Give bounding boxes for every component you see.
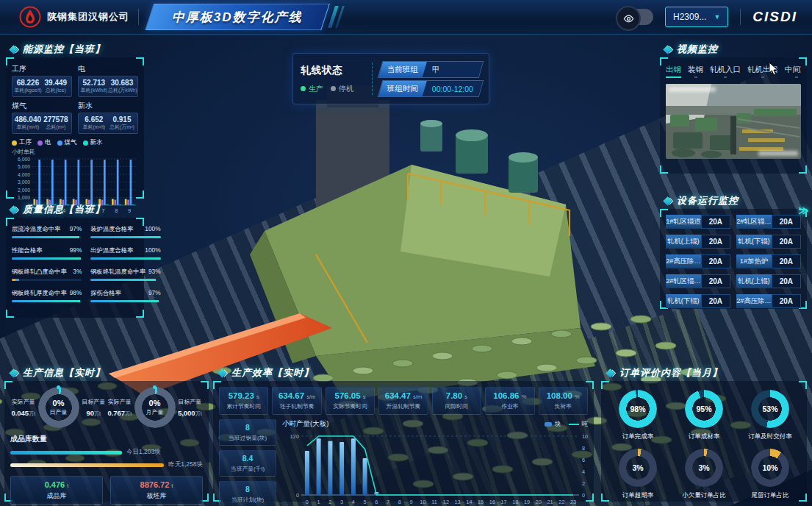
camera-label-overlay [758,151,798,156]
diamond-icon [9,368,18,378]
visibility-toggle[interactable] [618,9,653,25]
cisdi-logo: CISDI [752,9,797,25]
svg-text:22: 22 [558,499,564,505]
production-panel-title: 生产信息【实时】 [10,366,105,380]
svg-text:2: 2 [328,499,331,505]
energy-stat-cell: 新水 6.652单耗(m³/t) 0.915总耗(万m³) [78,100,138,134]
quality-metric: 层流冷温度命中率97% [12,225,82,238]
svg-text:2: 2 [582,480,585,487]
svg-text:6: 6 [582,457,585,463]
device-dropdown-value: H2309... [673,12,706,22]
order-gauge-grid: 98% 订单完成率 95% 订单成材率 53% 订单及时交付率 3% 订单超期率… [607,387,801,500]
orders-panel-title: 订单评价内容【当月】 [607,366,722,380]
diamond-icon [218,368,227,378]
svg-text:18: 18 [512,499,518,505]
gray-dot-icon [331,86,336,91]
legend-tons: 吨 [569,420,589,429]
energy-panel: 工序 68.226单耗(kgce/t) 39.449总耗(tce) 电 52.7… [6,57,144,199]
energy-chart-legend: 工序 电 煤气 新水 [12,138,138,147]
legend-production: 生产 [301,84,323,94]
legend-item: 新水 [83,138,103,147]
svg-text:13: 13 [455,499,461,505]
quality-metric: 钢板终轧厚度命中率98% [12,289,82,302]
order-gauge: 53% 订单及时交付率 [739,390,801,441]
page-title: 中厚板3D数字化产线 [172,9,303,26]
equipment-row: 2#轧区辊…20A [736,215,801,229]
quality-metric-grid: 层流冷温度命中率97% 装炉温度合格率100% 性能合格率99% 出炉温度合格率… [12,224,138,302]
order-gauge: 3% 小欠量订单占比 [673,449,735,500]
svg-text:17: 17 [501,499,507,505]
equipment-row: 1#轧区辊道20A [666,215,730,229]
equipment-row: 轧机(下辊)20A [666,294,730,308]
legend-item: 煤气 [57,138,77,147]
daily-output-gauge: 实际产量 0.045万t 0%日产量 目标产量 90万t [10,387,107,428]
output-chart-legend: 块吨 [545,420,588,429]
efficiency-side-stat: 8.4 当班产量(千t) [219,450,276,477]
svg-text:20: 20 [536,499,542,505]
legend-dot-icon [12,140,17,146]
legend-dot-icon [57,140,62,146]
svg-text:15: 15 [478,499,484,505]
video-tab-0[interactable]: 出钢 [666,65,681,78]
quality-metric: 出炉温度合格率100% [90,246,160,260]
efficiency-side-stats: 8 当班过钢量(块) 8.4 当班产量(千t) 8 当班计划(块) [219,419,276,506]
dashboard-root: 陕钢集团汉钢公司 中厚板3D数字化产线 H2309... ▼ CISDI [0,0,812,506]
efficiency-stat: 579.23 s 累计节奏时间 [219,387,268,415]
svg-text:0: 0 [296,492,299,499]
energy-stat-cell: 工序 68.226单耗(kgce/t) 39.449总耗(tce) [12,63,72,97]
svg-text:9: 9 [128,207,131,214]
efficiency-stat: 7.80 s 间隙时间 [432,387,481,415]
stock-today-bar: 今日1,203块 [10,448,203,457]
order-gauge: 10% 尾留订单占比 [739,449,801,500]
eye-icon [616,6,641,31]
energy-stat-grid: 工序 68.226单耗(kgce/t) 39.449总耗(tce) 电 52.7… [12,63,138,134]
video-tab-2[interactable]: 轧机入口 [710,65,741,78]
quality-metric: 探伤合格率97% [90,289,160,302]
diamond-icon [606,368,615,378]
svg-text:2,000: 2,000 [18,188,30,193]
energy-panel-title: 能源监控【当班】 [10,43,105,56]
efficiency-stat: 106.86 % 作业率 [485,387,534,415]
equipment-panel: 1#轧区辊道20A 2#轧区辊…20A 轧机(上辊)20A 轧机(下辊)20A … [660,209,807,309]
energy-chart-ylabel: 小时单耗 [12,148,138,156]
page-title-plate: 中厚板3D数字化产线 [145,4,329,30]
svg-text:0: 0 [306,499,309,505]
diamond-icon [663,196,672,206]
shift-time-row: 班组时间 00:00-12:00 [378,80,484,97]
equipment-row: 轧机(上辊)20A [736,274,801,288]
equipment-current-grid: 1#轧区辊道20A 2#轧区辊…20A 轧机(上辊)20A 轧机(下辊)20A … [666,215,801,308]
svg-text:23: 23 [570,499,576,505]
legend-item: 电 [37,138,51,147]
svg-text:8: 8 [582,445,585,452]
svg-text:120: 120 [290,433,299,440]
svg-text:4,000: 4,000 [18,172,30,177]
efficiency-panel: 579.23 s 累计节奏时间 634.67 s/m 坯子轧制节奏 576.05… [213,381,594,502]
energy-stat-cell: 电 52.713单耗(kWh/t) 30.683总耗(万kWh) [78,63,138,97]
video-feed[interactable] [666,84,801,159]
equipment-row: 轧机(下辊)20A [736,235,801,249]
video-tab-4[interactable]: 中间冷 [785,65,801,78]
equipment-row: 轧机(上辊)20A [666,235,730,249]
energy-stat-cell: 煤气 486.040单耗(m³/t) 277578总耗(m³) [12,100,72,134]
svg-text:1: 1 [317,499,320,505]
stock-section-title: 成品库数量 [10,434,203,444]
device-dropdown[interactable]: H2309... ▼ [665,7,728,27]
order-gauge: 3% 订单超期率 [607,449,669,500]
rolling-status-panel: 轧线状态 生产 停机 当前班组 甲 班组时间 00:00-12:00 [292,53,489,104]
panel-expand-icon[interactable]: ≫ [798,204,809,216]
equipment-row: 2#高压除…20A [736,294,801,308]
video-tab-1[interactable]: 装钢 [688,65,703,78]
equipment-row: 1#加热炉20A [736,254,801,268]
warehouse-card: 0.476 t 成品库 [10,476,103,505]
camera-timestamp-overlay [669,87,716,92]
diamond-icon [9,45,18,54]
monthly-ring: 0%月产量 [134,387,176,428]
svg-text:6,000: 6,000 [18,157,30,162]
company-logo-icon [19,6,41,28]
stock-yesterday-bar: 昨天1,258块 [10,460,203,469]
output-chart-title: 小时产量(大板) [282,419,328,429]
monthly-output-gauge: 实际产量 0.767万t 0%月产量 目标产量 5,000万t [107,387,203,428]
svg-text:21: 21 [547,499,553,505]
efficiency-side-stat: 8 当班计划(块) [219,481,276,506]
video-tab-3[interactable]: 轧机出口 [747,65,778,78]
